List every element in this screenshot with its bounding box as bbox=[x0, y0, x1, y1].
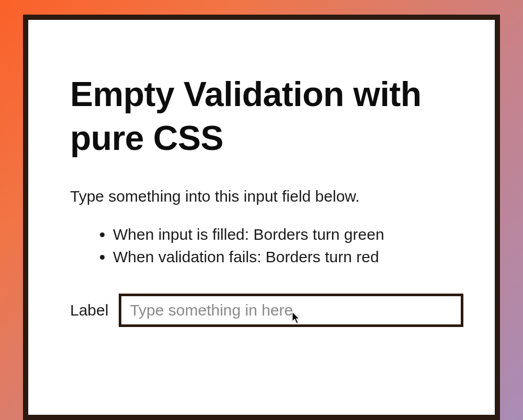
rules-list: When input is filled: Borders turn green… bbox=[70, 223, 463, 269]
rule-invalid: When validation fails: Borders turn red bbox=[113, 246, 463, 269]
instruction-text: Type something into this input field bel… bbox=[70, 185, 463, 207]
field-row: Label bbox=[70, 294, 463, 327]
demo-card: Empty Validation with pure CSS Type some… bbox=[23, 15, 500, 420]
rule-filled: When input is filled: Borders turn green bbox=[113, 223, 463, 246]
input-label: Label bbox=[70, 301, 108, 319]
page-title: Empty Validation with pure CSS bbox=[70, 72, 463, 160]
validation-input[interactable] bbox=[119, 294, 463, 327]
